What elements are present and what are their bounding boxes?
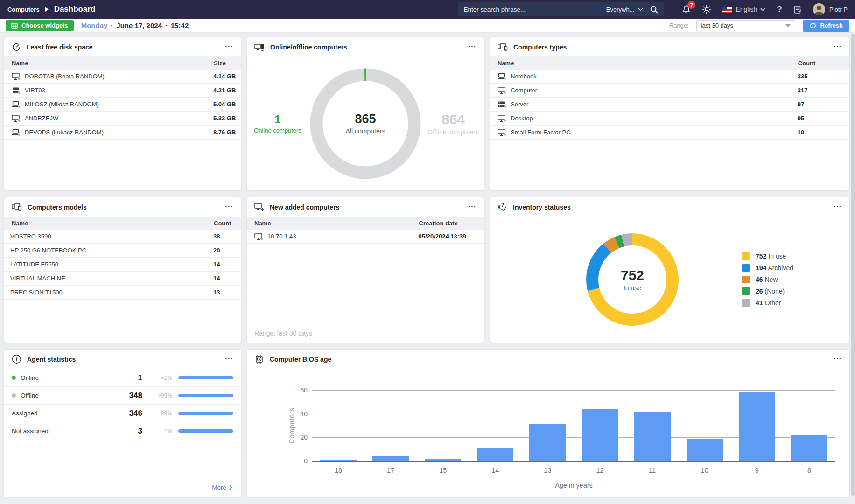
status-dot [504,133,506,136]
search-icon[interactable] [650,5,659,14]
legend-item: 194 Archived [742,264,793,272]
range-select[interactable]: last 30 days [696,20,795,31]
widget-computers-models: Computers models ••• Name Count VOSTRO 3… [4,197,241,343]
widget-menu-button[interactable]: ••• [225,205,233,209]
table-header: Name Size [4,56,241,70]
legend-label: In use [768,252,786,260]
x-tick-label: 15 [439,467,447,474]
svg-text:i: i [16,356,18,363]
table-row[interactable]: Notebook 335 [490,70,849,84]
row-name: MILOSZ (Miłosz RANDOM) [25,101,99,108]
help-button[interactable]: ? [777,4,782,14]
table-row[interactable]: PRECISION T1500 13 [4,286,241,300]
breadcrumb-separator-icon [45,7,49,12]
row-name: Notebook [511,73,537,80]
bar [372,456,409,461]
widget-title: Agent statistics [27,356,76,363]
widget-menu-button[interactable]: ••• [225,357,233,361]
table-row[interactable]: VIRT03 4.21 GB [4,84,241,98]
status-dot [504,105,506,108]
y-tick-label: 40 [300,410,308,418]
row-name: 10.70.1.43 [267,233,296,240]
language-selector[interactable]: English [722,6,765,13]
search-scope-dropdown[interactable]: Everywh... [606,6,644,13]
table-header: Name Creation date [247,217,484,230]
notifications-button[interactable]: 7 [682,5,691,14]
status-dot [18,119,21,122]
row-name: Computer [511,87,537,94]
y-tick-label: 20 [300,434,308,441]
status-dot [18,133,21,136]
table-row[interactable]: LATITUDE E5550 14 [4,258,241,272]
table-row[interactable]: Computer 317 [490,84,849,98]
table-row[interactable]: DOROTAB (Beata RANDOM) 4.14 GB [4,70,241,84]
table-row[interactable]: Desktop 95 [490,112,849,126]
bar [529,424,566,461]
table-row[interactable]: MILOSZ (Miłosz RANDOM) 5.04 GB [4,98,241,112]
x-tick-label: 13 [544,467,551,474]
language-label: English [736,6,757,13]
row-name: Desktop [511,115,533,122]
dot-separator: · [111,21,113,29]
table-row[interactable]: HP 250 G6 NOTEBOOK PC 20 [4,244,241,258]
row-value: 13 [208,289,241,296]
scrollbar-thumb[interactable] [851,34,855,496]
agent-stat-row[interactable]: Offline 348 >99% [4,387,241,405]
widget-menu-button[interactable]: ••• [834,357,842,361]
dashboard-toolbar: Choose widgets Monday · June 17, 2024 · … [0,19,855,33]
inventory-center-count: 752 [621,267,644,283]
theme-brightness-button[interactable] [702,5,711,14]
more-link[interactable]: More [212,484,232,491]
widget-menu-button[interactable]: ••• [469,205,477,209]
search-scope-value: Everywh... [606,6,635,13]
widget-menu-button[interactable]: ••• [225,45,233,49]
row-value: 317 [792,87,849,94]
row-value: 38 [208,233,241,240]
agent-stat-row[interactable]: Online 1 <1% [4,369,241,387]
table-row[interactable]: VOSTRO 3590 38 [4,230,241,244]
svg-text:?: ? [501,203,504,208]
table-row[interactable]: ANDRZEJW 5.33 GB [4,112,241,126]
legend-item: 26 (None) [742,287,793,295]
choose-widgets-label: Choose widgets [21,22,68,29]
refresh-icon [809,22,817,29]
calendar-grid-icon [11,22,18,29]
refresh-button[interactable]: Refresh [803,20,849,32]
range-footer: Range: last 30 days [254,329,312,337]
row-name: VIRT03 [25,87,45,94]
legend-swatch [742,276,750,283]
user-menu[interactable]: Piotr P [813,3,848,15]
row-name: DEVOPS (Łukasz RANDOM) [25,129,104,136]
scrollbar[interactable] [851,33,855,504]
widget-menu-button[interactable]: ••• [834,45,842,49]
status-dot [504,91,506,94]
table-header: Name Count [4,217,241,230]
table-row[interactable]: VIRTUAL MACHINE 14 [4,272,241,286]
table-row[interactable]: Small Form Factor PC 10 [490,126,849,140]
info-icon: i [12,354,21,364]
release-notes-button[interactable] [793,5,802,14]
bios-age-bar-chart: 0 20 40 60181715141312111098Age in years… [312,390,835,461]
widget-menu-button[interactable]: ••• [834,205,842,209]
bar [320,460,357,461]
global-search: Everywh... [458,2,664,16]
agent-stat-row[interactable]: Not assigned 3 1% [4,422,241,440]
top-navbar: Computers Dashboard Everywh... 7 English [0,0,855,19]
more-label: More [212,484,226,491]
x-tick-label: 8 [807,467,811,474]
stat-value: 1 [98,373,142,383]
user-name: Piotr P [829,6,848,13]
status-dot [18,105,21,108]
stat-percent: >99% [142,392,172,399]
search-input[interactable] [463,6,602,13]
row-value: 97 [792,101,849,108]
widget-menu-button[interactable]: ••• [469,45,477,49]
table-row[interactable]: Server 97 [490,98,849,112]
table-row[interactable]: 10.70.1.43 05/20/2024 13:39 [247,230,484,244]
table-row[interactable]: DEVOPS (Łukasz RANDOM) 8.76 GB [4,126,241,140]
bar [687,439,723,461]
agent-stat-row[interactable]: Assigned 346 99% [4,405,241,422]
row-value: 95 [792,115,849,122]
choose-widgets-button[interactable]: Choose widgets [6,20,74,31]
breadcrumb-root[interactable]: Computers [7,6,40,13]
